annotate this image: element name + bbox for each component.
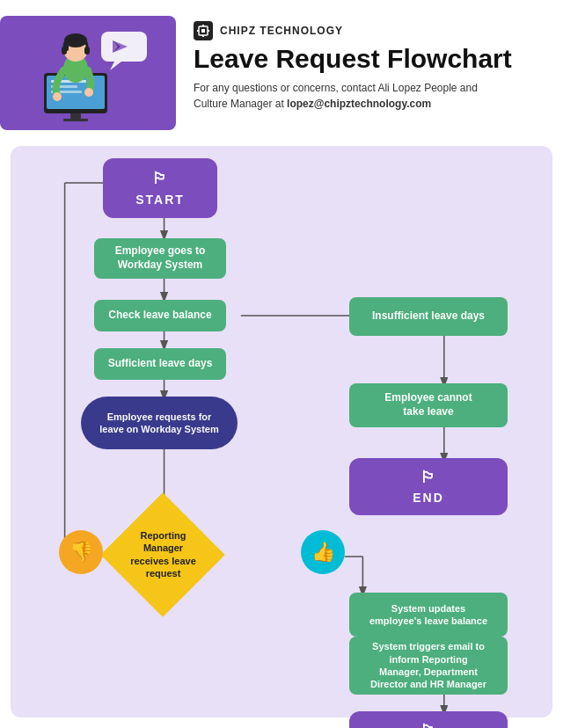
svg-rect-23: [202, 25, 204, 26]
header-illustration: [0, 16, 176, 130]
svg-rect-10: [63, 119, 88, 121]
svg-rect-21: [197, 30, 199, 32]
thumbs-down-node: 👎: [59, 530, 103, 574]
employee-requests-node: Employee requests for leave on Workday S…: [81, 397, 238, 449]
brand-name: CHIPZ TECHNOLOGY: [220, 25, 343, 37]
sufficient-node: Sufficient leave days: [94, 348, 226, 380]
svg-marker-1: [110, 62, 121, 70]
start-node: 🏳 START: [103, 158, 217, 218]
svg-rect-9: [70, 113, 81, 119]
svg-point-17: [53, 92, 62, 101]
svg-rect-15: [62, 47, 67, 55]
check-balance-node: Check leave balance: [94, 300, 226, 331]
svg-rect-16: [84, 47, 90, 55]
page-title: Leave Request Flowchart: [194, 44, 512, 73]
brand-icon: [194, 21, 213, 40]
brand-row: CHIPZ TECHNOLOGY: [194, 21, 512, 40]
illustration-svg: [18, 25, 158, 121]
header-text: CHIPZ TECHNOLOGY Leave Request Flowchart…: [194, 16, 512, 112]
end1-node: 🏳 END: [349, 458, 508, 515]
svg-rect-20: [201, 29, 205, 33]
reporting-manager-node: Reporting Manager receives leave request: [100, 492, 224, 616]
flowchart-area: 🏳 START Employee goes to Workday System …: [11, 146, 552, 717]
svg-rect-24: [202, 35, 204, 37]
employee-goes-node: Employee goes to Workday System: [94, 238, 226, 279]
svg-rect-22: [208, 30, 209, 32]
end2-node: 🏳 END: [349, 711, 508, 728]
thumbs-up-node: 👍: [301, 530, 345, 574]
subtitle: For any questions or concerns, contact A…: [194, 80, 484, 112]
cannot-take-node: Employee cannot take leave: [349, 383, 508, 427]
system-updates-node: System updates employee's leave balance: [349, 593, 508, 637]
insufficient-node: Insufficient leave days: [349, 297, 508, 336]
header: CHIPZ TECHNOLOGY Leave Request Flowchart…: [0, 0, 563, 146]
system-triggers-node: System triggers email to inform Reportin…: [349, 637, 508, 695]
svg-point-18: [84, 88, 93, 97]
